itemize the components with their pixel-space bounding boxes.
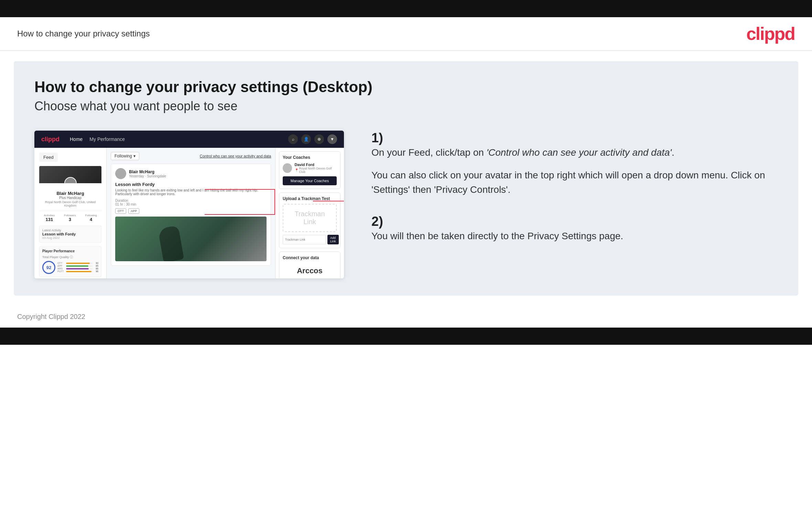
coach-avatar	[283, 163, 292, 173]
stat-followers: Followers 3	[64, 214, 76, 222]
latest-activity-name: Lesson with Fordy	[42, 232, 98, 236]
bar-ott: OTT 90	[57, 262, 98, 264]
trackman-input[interactable]	[283, 235, 326, 244]
app-sidebar: Feed Blair McHarg Plus Handicap Royal No…	[34, 148, 107, 278]
add-icon[interactable]: ⊕	[314, 134, 324, 144]
post-meta: Yesterday · Sunningdale	[129, 174, 166, 178]
site-footer: Copyright Clippd 2022	[0, 306, 812, 328]
instruction-2-number: 2)	[371, 214, 383, 229]
tag-app: APP	[128, 208, 139, 214]
coaches-widget: Your Coaches David Ford 📍 Royal North De…	[279, 151, 340, 189]
stat-activities: Activities 131	[44, 214, 55, 222]
quality-row: 92 OTT 90 APP 85	[42, 261, 98, 274]
feed-post: Blair McHarg Yesterday · Sunningdale Les…	[111, 164, 271, 266]
bar-app: APP 85	[57, 265, 98, 267]
manage-coaches-button[interactable]: Manage Your Coaches	[283, 176, 337, 185]
post-title: Lesson with Fordy	[115, 182, 267, 187]
stat-followers-label: Followers	[64, 214, 76, 217]
stat-activities-value: 131	[44, 217, 55, 222]
post-tags: OTT APP	[115, 208, 267, 214]
site-header: How to change your privacy settings clip…	[0, 17, 812, 51]
coach-club: 📍 Royal North Devon Golf Club	[295, 167, 337, 174]
highlight-control: 'Control who can see your activity and d…	[487, 147, 672, 158]
post-author-name: Blair McHarg	[129, 169, 166, 174]
duration-label: Duration	[115, 199, 128, 202]
tag-ott: OTT	[115, 208, 126, 214]
instruction-1-number: 1)	[371, 131, 383, 145]
stat-followers-value: 3	[64, 217, 76, 222]
app-widgets: Your Coaches David Ford 📍 Royal North De…	[275, 148, 344, 278]
clippd-logo: clippd	[746, 23, 795, 44]
instruction-2: 2) You will then be taken directly to th…	[371, 214, 778, 243]
arccos-brand: Arccos	[283, 263, 337, 278]
app-screenshot: clippd Home My Performance ⌕ 👤 ⊕ ▼ Feed	[34, 131, 344, 278]
main-heading: How to change your privacy settings (Des…	[34, 78, 778, 96]
coach-club-name: Royal North Devon Golf Club	[299, 167, 337, 174]
profile-name: Blair McHarg	[39, 191, 101, 196]
latest-activity-date: 03 Aug 2022	[42, 236, 98, 240]
duration-value: 01 hr : 30 min	[115, 202, 136, 206]
post-description: Looking to feel like my hands are exitin…	[115, 188, 267, 196]
trackman-input-row: Add Link	[283, 235, 337, 244]
latest-activity-label: Latest Activity	[42, 229, 98, 232]
app-nav-icons: ⌕ 👤 ⊕ ▼	[288, 134, 337, 144]
stat-following-value: 4	[85, 217, 97, 222]
profile-club: Royal North Devon Golf Club, United King…	[39, 200, 101, 207]
trackman-widget-title: Upload a Trackman Test	[283, 196, 337, 201]
total-quality-label: Total Player Quality ⓘ	[42, 255, 98, 260]
post-duration: Duration 01 hr : 30 min	[115, 199, 267, 206]
top-bar	[0, 0, 812, 17]
instruction-1-text: On your Feed, click/tap on 'Control who …	[371, 145, 778, 160]
bottom-bar	[0, 328, 812, 345]
app-body: Feed Blair McHarg Plus Handicap Royal No…	[34, 148, 344, 278]
main-subheading: Choose what you want people to see	[34, 99, 778, 113]
coach-name: David Ford	[295, 163, 337, 167]
profile-stats: Activities 131 Followers 3 Following 4	[39, 211, 101, 222]
chevron-down-icon: ▾	[133, 154, 136, 158]
coaches-widget-title: Your Coaches	[283, 155, 337, 160]
control-link[interactable]: Control who can see your activity and da…	[200, 154, 271, 158]
player-performance-title: Player Performance	[42, 249, 98, 253]
connect-widget: Connect your data Arccos	[279, 252, 340, 278]
content-row: clippd Home My Performance ⌕ 👤 ⊕ ▼ Feed	[34, 131, 778, 278]
bar-putt: PUTT 96	[57, 270, 98, 273]
connect-widget-title: Connect your data	[283, 255, 337, 260]
following-bar: Following ▾ Control who can see your act…	[111, 152, 271, 160]
following-label: Following	[115, 154, 132, 158]
post-author-info: Blair McHarg Yesterday · Sunningdale	[129, 169, 166, 178]
instruction-1-subtext: You can also click on your avatar in the…	[371, 168, 778, 197]
profile-banner	[39, 166, 101, 183]
stat-following: Following 4	[85, 214, 97, 222]
profile-handicap: Plus Handicap	[39, 196, 101, 200]
golfer-silhouette	[158, 225, 184, 261]
following-button[interactable]: Following ▾	[111, 152, 139, 160]
coach-info: David Ford 📍 Royal North Devon Golf Club	[295, 163, 337, 174]
coach-item: David Ford 📍 Royal North Devon Golf Club	[283, 163, 337, 174]
app-logo: clippd	[41, 136, 59, 143]
person-icon[interactable]: 👤	[301, 134, 311, 144]
instructions-panel: 1) On your Feed, click/tap on 'Control w…	[365, 131, 778, 261]
instruction-2-text: You will then be taken directly to the P…	[371, 229, 778, 243]
add-link-button[interactable]: Add Link	[327, 235, 339, 244]
app-navbar: clippd Home My Performance ⌕ 👤 ⊕ ▼	[34, 131, 344, 148]
arrow-line	[313, 201, 344, 201]
avatar-icon[interactable]: ▼	[327, 134, 337, 144]
nav-item-performance: My Performance	[89, 136, 125, 142]
stat-activities-label: Activities	[44, 214, 55, 217]
page-title: How to change your privacy settings	[17, 29, 150, 38]
post-image	[115, 217, 267, 261]
quality-bars: OTT 90 APP 85 ARG	[57, 262, 98, 273]
post-avatar	[115, 168, 126, 179]
copyright-text: Copyright Clippd 2022	[17, 313, 85, 320]
search-icon[interactable]: ⌕	[288, 134, 298, 144]
feed-tab[interactable]: Feed	[39, 153, 58, 162]
profile-card: Blair McHarg Plus Handicap Royal North D…	[39, 166, 101, 222]
post-header: Blair McHarg Yesterday · Sunningdale	[115, 168, 267, 179]
profile-avatar	[64, 177, 77, 183]
annotation-arrow	[313, 201, 344, 201]
app-feed: Following ▾ Control who can see your act…	[107, 148, 275, 278]
quality-score: 92	[42, 261, 55, 274]
instruction-1: 1) On your Feed, click/tap on 'Control w…	[371, 131, 778, 197]
latest-activity: Latest Activity Lesson with Fordy 03 Aug…	[39, 225, 101, 243]
bar-arg: ARG 86	[57, 267, 98, 270]
